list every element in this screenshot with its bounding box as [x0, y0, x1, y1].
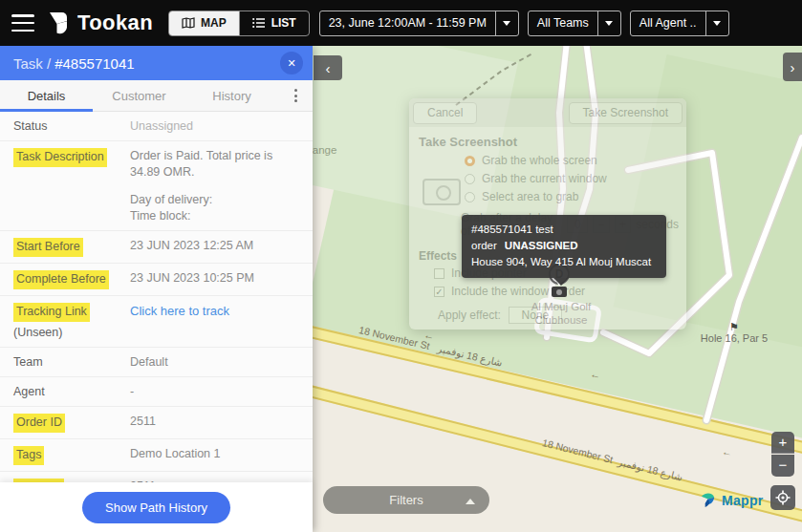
- checkbox-icon: [434, 268, 444, 279]
- map-icon: [182, 17, 195, 29]
- start-before-label: Start Before: [13, 238, 83, 257]
- list-icon: [252, 17, 266, 29]
- task-panel-footer: Show Path History: [0, 482, 313, 532]
- view-toggle: MAP LIST: [168, 11, 310, 36]
- radio-select-area[interactable]: Select area to grab: [465, 190, 677, 203]
- tags-value: Demo Location 1: [130, 446, 221, 465]
- close-icon[interactable]: [280, 52, 303, 74]
- complete-before-value: 23 JUN 2023 10:25 PM: [130, 270, 254, 289]
- field-row-description: Task Description Order is Paid. Total pr…: [0, 141, 313, 231]
- menu-icon[interactable]: [11, 14, 34, 32]
- mappr-bird-icon: [700, 491, 718, 509]
- agent-label: Agent: [13, 384, 130, 400]
- camera-icon: [423, 179, 461, 205]
- date-range-value: 23, June 12:00AM - 11:59 PM: [320, 16, 495, 30]
- chevron-down-icon: [705, 11, 728, 35]
- kebab-menu-icon[interactable]: [278, 80, 313, 111]
- radio-grab-current-window[interactable]: Grab the current window: [465, 172, 677, 185]
- marker-camera-icon: [552, 287, 567, 297]
- field-row-team: Team Default: [0, 348, 313, 377]
- field-row-tags: Tags Demo Location 1: [0, 439, 313, 472]
- task-title: Task /#485571041: [13, 55, 135, 72]
- screenshot-dialog-ghost: Cancel Take Screenshot Take Screenshot G…: [409, 98, 686, 330]
- field-row-order-id: Order ID 2511: [0, 407, 313, 439]
- map-canvas[interactable]: range 18 November St شارع 18 نوفمبر 18 N…: [313, 46, 802, 532]
- tracking-unseen-label: (Unseen): [13, 325, 130, 341]
- list-view-label: LIST: [271, 16, 296, 30]
- pan-left-button[interactable]: [314, 55, 342, 80]
- task-detail-panel: Task /#485571041 Details Customer Histor…: [0, 46, 313, 532]
- agents-value: All Agent ..: [631, 16, 705, 30]
- task-tabs: Details Customer History: [0, 80, 313, 112]
- chevron-down-icon: [495, 11, 518, 35]
- list-view-button[interactable]: LIST: [239, 11, 309, 35]
- teams-dropdown[interactable]: All Teams: [528, 11, 621, 36]
- description-label: Task Description: [13, 148, 107, 167]
- tooltip-address: House 904, Way 415 Al Mouj Muscat: [471, 254, 657, 270]
- map-attribution[interactable]: Mappr: [700, 491, 764, 509]
- field-row-agent: Agent -: [0, 377, 313, 407]
- team-label: Team: [13, 354, 130, 371]
- brand: Tookan: [46, 11, 153, 35]
- pan-right-button[interactable]: [783, 53, 802, 81]
- tookan-app: Tookan MAP LIST 23, June 12:00AM - 11:59…: [0, 0, 802, 532]
- agents-dropdown[interactable]: All Agent ..: [630, 11, 729, 36]
- field-row-complete-before: Complete Before 23 JUN 2023 10:25 PM: [0, 264, 313, 296]
- tookan-logo-icon: [46, 11, 71, 35]
- radio-selected-icon: [465, 156, 475, 166]
- filters-button[interactable]: Filters: [323, 486, 489, 514]
- map-view-button[interactable]: MAP: [169, 11, 239, 35]
- status-value: Unassigned: [130, 118, 193, 135]
- screenshot-dialog-heading: Take Screenshot: [419, 135, 677, 149]
- apply-effect-select[interactable]: None: [509, 307, 562, 324]
- radio-icon: [465, 174, 475, 184]
- range-map-label: range: [313, 144, 336, 156]
- locate-target-button[interactable]: [770, 485, 795, 510]
- status-label: Status: [13, 118, 130, 135]
- complete-before-label: Complete Before: [13, 270, 109, 289]
- radio-icon: [465, 192, 475, 202]
- tab-details[interactable]: Details: [0, 80, 93, 111]
- checkbox-checked-icon: ✓: [434, 287, 444, 297]
- order-id-label: Order ID: [13, 414, 65, 433]
- target-icon: [775, 490, 791, 505]
- task-title-prefix: Task /: [13, 55, 51, 72]
- tab-history[interactable]: History: [185, 80, 278, 111]
- show-path-history-button[interactable]: Show Path History: [82, 492, 230, 523]
- agent-value: -: [130, 384, 134, 400]
- chevron-down-icon: [597, 11, 620, 35]
- tracking-link[interactable]: Click here to track: [130, 304, 229, 318]
- tab-customer[interactable]: Customer: [93, 80, 185, 111]
- hole-map-label: ⚑ Hole 16, Par 5: [693, 322, 775, 344]
- tracking-link-label: Tracking Link: [13, 303, 90, 322]
- golf-flag-icon: ⚑: [693, 322, 775, 332]
- zoom-in-button[interactable]: +: [771, 432, 794, 454]
- map-view-label: MAP: [201, 16, 227, 30]
- apply-effect-row: Apply effect: None: [438, 307, 677, 324]
- date-range-dropdown[interactable]: 23, June 12:00AM - 11:59 PM: [319, 11, 519, 36]
- zoom-out-button[interactable]: −: [771, 455, 794, 477]
- tags-label: Tags: [13, 446, 44, 465]
- task-panel-header: Task /#485571041: [0, 46, 313, 80]
- screenshot-cancel-button[interactable]: Cancel: [413, 102, 477, 124]
- task-fields: Status Unassigned Task Description Order…: [0, 112, 313, 482]
- order-id-value: 2511: [130, 414, 156, 433]
- field-row-tracking-link: Tracking Link (Unseen) Click here to tra…: [0, 296, 313, 348]
- field-row-barcode: Barcode 2511: [0, 472, 313, 482]
- teams-value: All Teams: [529, 16, 597, 30]
- brand-name: Tookan: [77, 11, 153, 35]
- filters-label: Filters: [389, 493, 423, 507]
- tooltip-status-badge: UNASSIGNED: [505, 240, 578, 251]
- radio-grab-whole-screen[interactable]: Grab the whole screen: [465, 154, 677, 167]
- field-row-status: Status Unassigned: [0, 112, 313, 141]
- task-id: #485571041: [54, 55, 134, 72]
- task-map-tooltip: #485571041 test orderUNASSIGNED House 90…: [462, 215, 666, 278]
- mappr-logo-text: Mappr: [722, 493, 764, 508]
- team-value: Default: [130, 354, 168, 371]
- description-value: Order is Paid. Total price is 34.89 OMR.…: [130, 148, 299, 224]
- chevron-up-icon: [466, 494, 475, 504]
- field-row-start-before: Start Before 23 JUN 2023 12:25 AM: [0, 231, 313, 264]
- screenshot-dialog-titlebar: Cancel Take Screenshot: [409, 98, 686, 127]
- top-header: Tookan MAP LIST 23, June 12:00AM - 11:59…: [0, 0, 802, 46]
- take-screenshot-button[interactable]: Take Screenshot: [569, 102, 683, 124]
